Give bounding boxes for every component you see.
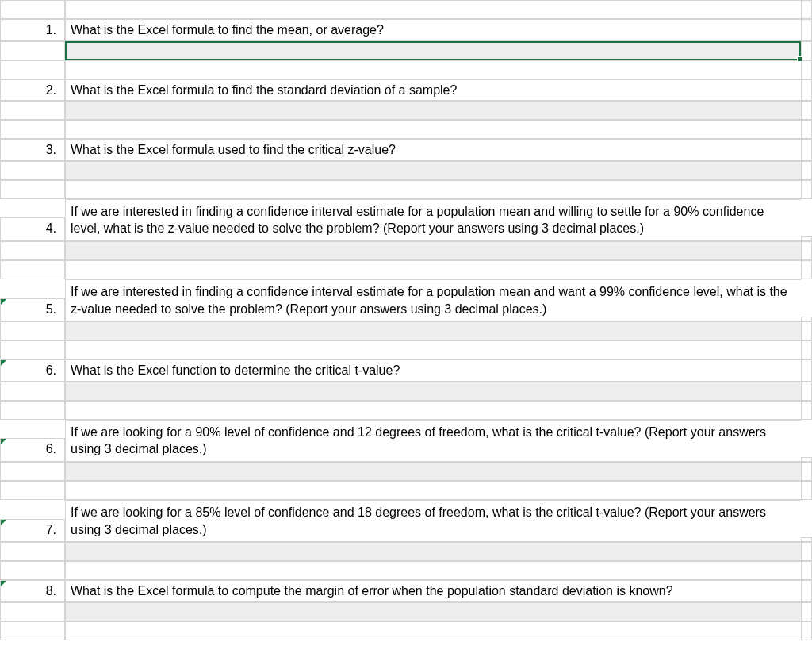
- question-number-cell[interactable]: 6.: [0, 359, 65, 382]
- question-text-cell[interactable]: What is the Excel formula to find the st…: [65, 79, 801, 102]
- blank-cell[interactable]: [801, 401, 812, 420]
- answer-input-cell[interactable]: [65, 161, 801, 180]
- question-number-cell[interactable]: 6.: [0, 438, 65, 462]
- answer-input-cell[interactable]: [65, 602, 801, 621]
- blank-cell[interactable]: [0, 401, 65, 420]
- blank-cell[interactable]: [0, 561, 65, 580]
- answer-row: [0, 101, 812, 120]
- blank-cell[interactable]: [0, 621, 65, 640]
- blank-cell[interactable]: [801, 481, 812, 500]
- answer-input-cell[interactable]: [65, 101, 801, 120]
- blank-cell[interactable]: [65, 340, 801, 359]
- blank-row: [0, 260, 812, 279]
- question-text: What is the Excel formula to find the st…: [71, 82, 457, 99]
- cell-blank-a[interactable]: [0, 0, 65, 19]
- answer-row-c[interactable]: [801, 101, 812, 120]
- cell-right-edge[interactable]: [801, 139, 812, 161]
- question-text-cell[interactable]: If we are interested in finding a confid…: [65, 199, 801, 241]
- question-row: 4.If we are interested in finding a conf…: [0, 199, 812, 241]
- question-text-cell[interactable]: What is the Excel formula used to find t…: [65, 139, 801, 161]
- answer-row-a[interactable]: [0, 41, 65, 60]
- blank-cell[interactable]: [801, 561, 812, 580]
- blank-cell[interactable]: [65, 561, 801, 580]
- blank-cell[interactable]: [0, 60, 65, 79]
- answer-row-a[interactable]: [0, 321, 65, 340]
- cell-right-edge[interactable]: [801, 580, 812, 602]
- question-text-cell[interactable]: If we are looking for a 90% level of con…: [65, 420, 801, 462]
- question-text: What is the Excel formula to find the me…: [71, 21, 384, 39]
- cell-right-edge[interactable]: [801, 359, 812, 382]
- answer-row-a[interactable]: [0, 241, 65, 260]
- answer-row: [0, 41, 812, 60]
- blank-cell[interactable]: [65, 120, 801, 139]
- blank-cell[interactable]: [65, 60, 801, 79]
- question-number-cell[interactable]: 8.: [0, 580, 65, 602]
- blank-cell[interactable]: [801, 60, 812, 79]
- blank-cell[interactable]: [65, 260, 801, 279]
- cell-blank-b[interactable]: [65, 0, 801, 19]
- question-text-cell[interactable]: What is the Excel function to determine …: [65, 359, 801, 382]
- blank-cell[interactable]: [0, 260, 65, 279]
- cell-blank-c[interactable]: [801, 0, 812, 19]
- question-row: 3.What is the Excel formula used to find…: [0, 139, 812, 161]
- blank-row: [0, 120, 812, 139]
- question-text-cell[interactable]: What is the Excel formula to find the me…: [65, 19, 801, 41]
- answer-input-cell[interactable]: [65, 321, 801, 340]
- question-text-cell[interactable]: What is the Excel formula to compute the…: [65, 580, 801, 602]
- answer-row-c[interactable]: [801, 41, 812, 60]
- blank-cell[interactable]: [801, 621, 812, 640]
- answer-row-a[interactable]: [0, 542, 65, 561]
- question-row: 6.If we are looking for a 90% level of c…: [0, 420, 812, 462]
- answer-input-cell[interactable]: [65, 41, 801, 60]
- question-number-cell[interactable]: 1.: [0, 19, 65, 41]
- answer-row-c[interactable]: [801, 241, 812, 260]
- answer-row-a[interactable]: [0, 161, 65, 180]
- blank-cell[interactable]: [65, 481, 801, 500]
- blank-cell[interactable]: [801, 180, 812, 199]
- answer-row-c[interactable]: [801, 462, 812, 481]
- answer-input-cell[interactable]: [65, 542, 801, 561]
- answer-row-a[interactable]: [0, 602, 65, 621]
- question-number-cell[interactable]: 7.: [0, 519, 65, 543]
- blank-cell[interactable]: [0, 180, 65, 199]
- answer-row-a[interactable]: [0, 462, 65, 481]
- blank-cell[interactable]: [801, 260, 812, 279]
- blank-cell[interactable]: [65, 180, 801, 199]
- answer-row-c[interactable]: [801, 602, 812, 621]
- answer-row-c[interactable]: [801, 321, 812, 340]
- blank-cell[interactable]: [65, 401, 801, 420]
- question-number-cell[interactable]: 4.: [0, 217, 65, 241]
- cell-right-edge[interactable]: [801, 19, 812, 41]
- blank-cell[interactable]: [65, 621, 801, 640]
- blank-cell[interactable]: [0, 481, 65, 500]
- question-text-cell[interactable]: If we are interested in finding a confid…: [65, 279, 801, 321]
- question-text: If we are looking for a 90% level of con…: [71, 424, 796, 458]
- error-indicator-icon: [1, 299, 6, 305]
- blank-row: [0, 481, 812, 500]
- question-number: 6.: [46, 440, 56, 458]
- answer-row-a[interactable]: [0, 382, 65, 401]
- question-number: 1.: [46, 21, 56, 39]
- answer-input-cell[interactable]: [65, 462, 801, 481]
- blank-row: [0, 561, 812, 580]
- question-number-cell[interactable]: 5.: [0, 298, 65, 322]
- blank-cell[interactable]: [0, 120, 65, 139]
- question-number-cell[interactable]: 2.: [0, 79, 65, 102]
- question-row: 8.What is the Excel formula to compute t…: [0, 580, 812, 602]
- fill-handle-icon[interactable]: [797, 56, 802, 62]
- answer-row-c[interactable]: [801, 542, 812, 561]
- blank-cell[interactable]: [801, 340, 812, 359]
- blank-row: [0, 401, 812, 420]
- answer-row-c[interactable]: [801, 382, 812, 401]
- question-text-cell[interactable]: If we are looking for a 85% level of con…: [65, 500, 801, 542]
- answer-input-cell[interactable]: [65, 382, 801, 401]
- answer-input-cell[interactable]: [65, 241, 801, 260]
- question-number-cell[interactable]: 3.: [0, 139, 65, 161]
- blank-row: [0, 621, 812, 640]
- cell-right-edge[interactable]: [801, 79, 812, 102]
- blank-cell[interactable]: [0, 340, 65, 359]
- blank-cell[interactable]: [801, 120, 812, 139]
- answer-row-c[interactable]: [801, 161, 812, 180]
- answer-row-a[interactable]: [0, 101, 65, 120]
- spreadsheet-grid: 1.What is the Excel formula to find the …: [0, 0, 812, 640]
